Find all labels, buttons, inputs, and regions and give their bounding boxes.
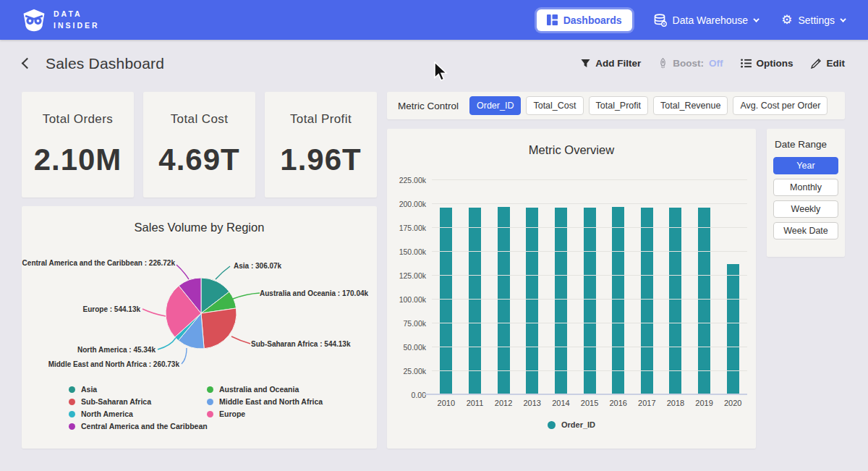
- legend-dot: [207, 386, 213, 393]
- legend-label: Australia and Oceania: [219, 385, 299, 394]
- dashboards-grid-icon: [547, 14, 558, 25]
- legend-label: Order_ID: [561, 420, 595, 429]
- bar-2019[interactable]: [698, 208, 710, 394]
- metric-button-total-profit[interactable]: Total_Profit: [589, 96, 649, 115]
- bar-slot: [661, 179, 690, 394]
- options-list-icon: [741, 59, 752, 68]
- edit-label: Edit: [827, 58, 846, 69]
- date-range-week-date-button[interactable]: Week Date: [773, 222, 838, 239]
- date-range-panel: Date Range Year Monthly Weekly Week Date: [767, 129, 845, 257]
- legend-label: Central America and the Caribbean: [81, 422, 208, 430]
- metric-button-avg-cost-per-order[interactable]: Avg. Cost per Order: [733, 96, 827, 115]
- gear-icon: ⚙: [781, 14, 792, 26]
- metric-overview-chart-card: Metric Overview 225.00k200.00k175.00k150…: [387, 129, 756, 449]
- bar-2013[interactable]: [526, 208, 538, 394]
- legend-item-australia-and-oceania[interactable]: Australia and Oceania: [207, 385, 323, 394]
- pie-slice-sub-saharan-africa[interactable]: [201, 308, 237, 349]
- rocket-icon: [658, 58, 668, 69]
- kpi-label: Total Profit: [290, 112, 352, 127]
- boost-toggle[interactable]: Boost: Off: [658, 58, 723, 69]
- gridline: [432, 323, 747, 323]
- bar-2010[interactable]: [440, 208, 452, 394]
- nav-item-settings[interactable]: ⚙ Settings: [781, 14, 846, 26]
- pie-legend-column-1: AsiaSub-Saharan AfricaNorth AmericaCentr…: [69, 385, 208, 430]
- y-tick-label: 0.00: [387, 391, 426, 399]
- page-header: Sales Dashboard Add Filter: [0, 40, 868, 87]
- kpi-card-total-profit: Total Profit 1.96T: [265, 92, 377, 198]
- x-tick-label-2017: 2017: [632, 399, 661, 407]
- pie-leader-line: [216, 266, 230, 279]
- legend-label: North America: [81, 410, 133, 418]
- bar-2014[interactable]: [555, 208, 567, 394]
- add-filter-button[interactable]: Add Filter: [581, 58, 641, 69]
- y-tick-label: 75.00k: [387, 319, 426, 328]
- brand[interactable]: DATA INSIDER: [22, 8, 100, 33]
- legend-label: Europe: [219, 410, 245, 418]
- bar-slot: [489, 179, 518, 394]
- y-tick-label: 125.00k: [387, 271, 426, 280]
- bar-chart-plot-area: [432, 179, 747, 394]
- y-tick-label: 100.00k: [387, 295, 426, 304]
- y-tick-label: 225.00k: [387, 176, 426, 184]
- bar-chart-legend[interactable]: Order_ID: [387, 420, 756, 429]
- bars-row: [432, 179, 747, 394]
- legend-item-asia[interactable]: Asia: [69, 385, 208, 394]
- legend-dot: [548, 421, 556, 429]
- date-range-label: Date Range: [775, 139, 838, 150]
- chevron-down-icon: [753, 16, 759, 22]
- x-tick-label-2015: 2015: [575, 399, 604, 407]
- sales-volume-chart-card: Sales Volume by Region Asia : 306.07kAus…: [22, 206, 377, 449]
- y-tick-label: 200.00k: [387, 200, 426, 208]
- gridline: [432, 275, 747, 276]
- nav-item-data-warehouse[interactable]: Data Warehouse: [654, 14, 760, 27]
- chevron-down-icon: [840, 16, 846, 22]
- legend-dot: [207, 399, 213, 405]
- add-filter-label: Add Filter: [595, 58, 641, 69]
- legend-item-north-america[interactable]: North America: [69, 410, 208, 418]
- nav-settings-label: Settings: [798, 14, 835, 26]
- options-button[interactable]: Options: [741, 58, 793, 69]
- legend-item-europe[interactable]: Europe: [207, 410, 323, 418]
- metric-button-order-id[interactable]: Order_ID: [469, 96, 521, 115]
- bar-2020[interactable]: [727, 264, 739, 394]
- kpi-value: 2.10M: [34, 143, 122, 177]
- gridline: [432, 227, 747, 228]
- legend-item-sub-saharan-africa[interactable]: Sub-Saharan Africa: [69, 397, 208, 406]
- legend-item-middle-east-and-north-africa[interactable]: Middle East and North Africa: [207, 397, 323, 406]
- gridline: [432, 299, 747, 300]
- edit-button[interactable]: Edit: [811, 58, 846, 69]
- date-range-monthly-button[interactable]: Monthly: [773, 179, 838, 196]
- bar-2016[interactable]: [612, 207, 624, 395]
- kpi-value: 1.96T: [280, 143, 361, 177]
- gridline: [432, 179, 747, 180]
- bar-slot: [575, 179, 604, 394]
- kpi-card-total-orders: Total Orders 2.10M: [22, 92, 134, 198]
- metric-button-total-revenue[interactable]: Total_Revenue: [653, 96, 728, 115]
- legend-item-central-america-and-the-caribbean[interactable]: Central America and the Caribbean: [69, 422, 208, 430]
- pie-slice-label: Middle East and North Africa : 260.73k: [48, 360, 179, 368]
- date-range-weekly-button[interactable]: Weekly: [773, 200, 838, 218]
- bar-2015[interactable]: [584, 208, 596, 394]
- back-button[interactable]: [22, 58, 33, 69]
- gridline: [432, 347, 747, 347]
- bar-2017[interactable]: [641, 208, 653, 394]
- top-navbar: DATA INSIDER Dashboards: [0, 0, 868, 40]
- metric-button-total-cost[interactable]: Total_Cost: [526, 96, 583, 115]
- kpi-label: Total Orders: [43, 112, 113, 127]
- date-range-year-button[interactable]: Year: [773, 157, 838, 174]
- bar-2011[interactable]: [469, 208, 481, 394]
- pie-leader-line: [158, 338, 176, 349]
- pie-leader-line: [233, 293, 260, 299]
- y-tick-label: 50.00k: [387, 343, 426, 352]
- bar-chart-x-axis: 2010201120122013201420152016201720182019…: [432, 399, 747, 407]
- nav-item-dashboards[interactable]: Dashboards: [537, 9, 632, 31]
- bar-2012[interactable]: [498, 207, 510, 394]
- bar-slot: [604, 179, 633, 394]
- bar-2018[interactable]: [669, 208, 681, 394]
- legend-dot: [69, 411, 75, 417]
- pie-leader-line: [231, 336, 250, 344]
- boost-label: Boost:: [673, 58, 704, 69]
- gridline: [432, 370, 747, 371]
- owl-logo-icon: [22, 8, 46, 33]
- pie-slice-label: Australia and Oceania : 170.04k: [260, 289, 368, 297]
